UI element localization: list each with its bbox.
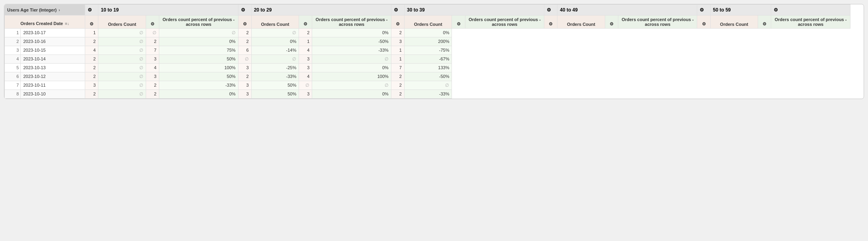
cell-t1-count: 2 <box>85 72 98 81</box>
row-index: 8 <box>5 90 21 99</box>
cell-t1-pct: ∅ <box>98 72 146 81</box>
gear-col-t4-1[interactable]: ⚙ <box>697 5 710 16</box>
cell-t3-count: 2 <box>238 29 251 37</box>
col-gear-t2-count[interactable]: ⚙ <box>238 16 251 29</box>
row-date: 2023-10-16 <box>21 37 85 46</box>
cell-t4-count: 4 <box>299 46 312 55</box>
row-index: 5 <box>5 64 21 72</box>
tier-header-40-49: 40 to 49 <box>557 5 697 16</box>
cell-t1-count: 3 <box>85 81 98 90</box>
col-gear-t2-pct[interactable]: ⚙ <box>299 16 312 29</box>
cell-t1-count: 2 <box>85 64 98 72</box>
tier-header-30-39: 30 to 39 <box>404 5 544 16</box>
col-header-t5-pct: Orders count percent of previous - acros… <box>771 16 850 29</box>
cell-t1-count: 1 <box>85 29 98 37</box>
cell-t5-pct: -67% <box>404 55 452 64</box>
gear-icon[interactable]: ⚙ <box>610 21 614 26</box>
col-gear-t4-count[interactable]: ⚙ <box>544 16 557 29</box>
tier-header-50-59: 50 to 59 <box>710 5 771 16</box>
gear-icon[interactable]: ⚙ <box>303 21 307 26</box>
gear-icon[interactable]: ⚙ <box>702 21 706 26</box>
gear-icon[interactable]: ⚙ <box>90 21 94 26</box>
gear-icon[interactable]: ⚙ <box>457 21 461 26</box>
gear-icon[interactable]: ⚙ <box>241 7 245 13</box>
cell-t2-count: 2 <box>146 37 159 46</box>
gear-col-t1-1[interactable]: ⚙ <box>238 5 251 16</box>
table-row: 2 2023-10-16 2 ∅ 2 0% 2 0% 1 -50% 3 200% <box>5 37 864 46</box>
gear-icon[interactable]: ⚙ <box>762 21 766 26</box>
table-row: 5 2023-10-13 2 ∅ 4 100% 3 -25% 3 0% 7 13… <box>5 64 864 72</box>
cell-t3-count: ∅ <box>238 55 251 64</box>
gear-icon[interactable]: ⚙ <box>396 21 400 26</box>
col-header-t1-count: Orders Count <box>98 16 146 29</box>
gear-icon[interactable]: ⚙ <box>243 21 247 26</box>
cell-t4-count: 2 <box>299 29 312 37</box>
cell-t1-count: 2 <box>85 55 98 64</box>
row-date: 2023-10-13 <box>21 64 85 72</box>
gear-col-t2-1[interactable]: ⚙ <box>391 5 404 16</box>
tier-header-20-29: 20 to 29 <box>251 5 391 16</box>
row-date: 2023-10-12 <box>21 72 85 81</box>
col-gear-t4-pct[interactable]: ⚙ <box>605 16 618 29</box>
cell-t2-pct: 50% <box>159 72 238 81</box>
cell-t5-count: 2 <box>391 72 404 81</box>
cell-t4-count: 4 <box>299 72 312 81</box>
cell-t3-count: 3 <box>238 81 251 90</box>
gear-col-t5-1[interactable]: ⚙ <box>771 5 850 16</box>
gear-icon[interactable]: ⚙ <box>88 7 92 13</box>
cell-t2-pct: 0% <box>159 37 238 46</box>
gear-icon[interactable]: ⚙ <box>547 7 551 13</box>
table-row: 6 2023-10-12 2 ∅ 3 50% 2 -33% 4 100% 2 -… <box>5 72 864 81</box>
row-dimension-label: Users Age Tier (Integer) <box>7 8 57 12</box>
cell-t2-pct: 0% <box>159 90 238 99</box>
cell-t4-pct: ∅ <box>312 81 391 90</box>
cell-t1-count: 2 <box>85 90 98 99</box>
gear-col-t3-1[interactable]: ⚙ <box>544 5 557 16</box>
cell-t5-pct: -50% <box>404 72 452 81</box>
row-date: 2023-10-11 <box>21 81 85 90</box>
row-index: 6 <box>5 72 21 81</box>
cell-t3-pct: -33% <box>251 72 299 81</box>
cell-t3-count: 2 <box>238 72 251 81</box>
cell-t3-pct: -25% <box>251 64 299 72</box>
gear-icon[interactable]: ⚙ <box>774 7 778 13</box>
cell-t3-count: 2 <box>238 37 251 46</box>
cell-t5-pct: ∅ <box>404 81 452 90</box>
col-gear-t3-pct[interactable]: ⚙ <box>452 16 465 29</box>
gear-icon[interactable]: ⚙ <box>549 21 553 26</box>
cell-t2-count: 2 <box>146 90 159 99</box>
cell-t2-count: 3 <box>146 72 159 81</box>
cell-t3-pct: -14% <box>251 46 299 55</box>
cell-t5-count: 1 <box>391 55 404 64</box>
col-header-t3-count: Orders Count <box>404 16 452 29</box>
col-gear-t1-count[interactable]: ⚙ <box>85 16 98 29</box>
col-gear-t3-count[interactable]: ⚙ <box>391 16 404 29</box>
cell-t3-count: 6 <box>238 46 251 55</box>
col-gear-t5-pct[interactable]: ⚙ <box>758 16 771 29</box>
gear-icon[interactable]: ⚙ <box>151 21 154 26</box>
cell-t5-count: 3 <box>391 37 404 46</box>
row-date: 2023-10-14 <box>21 55 85 64</box>
cell-t2-count: ∅ <box>146 29 159 37</box>
sort-icon[interactable]: ≡↓ <box>65 21 69 26</box>
col-gear-t5-count[interactable]: ⚙ <box>697 16 710 29</box>
cell-t4-count: 1 <box>299 37 312 46</box>
gear-icon[interactable]: ⚙ <box>700 7 704 13</box>
row-date: 2023-10-17 <box>21 29 85 37</box>
cell-t1-pct: ∅ <box>98 81 146 90</box>
cell-t4-pct: -33% <box>312 46 391 55</box>
tier-header-10-19: 10 to 19 <box>98 5 238 16</box>
gear-icon[interactable]: ⚙ <box>394 7 398 13</box>
cell-t5-count: 2 <box>391 29 404 37</box>
table-row: 3 2023-10-15 4 ∅ 7 75% 6 -14% 4 -33% 1 -… <box>5 46 864 55</box>
cell-t5-pct: -75% <box>404 46 452 55</box>
row-index: 3 <box>5 46 21 55</box>
gear-col-t1-0[interactable]: ⚙ <box>85 5 98 16</box>
col-gear-t1-pct[interactable]: ⚙ <box>146 16 159 29</box>
cell-t4-count: 3 <box>299 55 312 64</box>
cell-t1-pct: ∅ <box>98 64 146 72</box>
cell-t3-pct: 0% <box>251 37 299 46</box>
cell-t4-pct: 0% <box>312 64 391 72</box>
row-index: 4 <box>5 55 21 64</box>
cell-t5-pct: 133% <box>404 64 452 72</box>
